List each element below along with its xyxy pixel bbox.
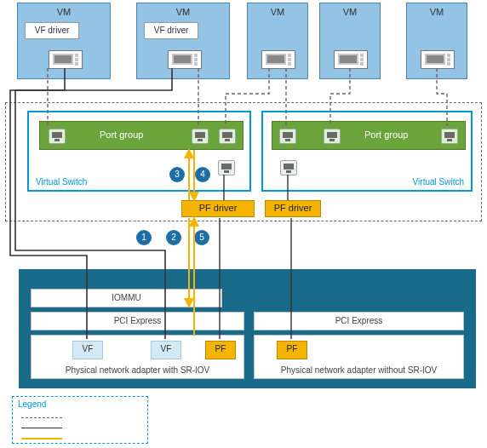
port-icon	[219, 129, 236, 144]
diagram-canvas: VM VF driver VM VF driver VM VM VM Port …	[0, 0, 487, 448]
port-icon	[324, 129, 341, 144]
pci-express-right: PCI Express	[254, 312, 464, 330]
uplink-port-icon	[280, 160, 297, 175]
vf-driver-box: VF driver	[144, 22, 198, 39]
vm-nic	[421, 50, 455, 69]
virtual-switch-label: Virtual Switch	[36, 177, 87, 187]
port-group-2: Port group	[272, 121, 466, 150]
virtual-switch-1: Port group Virtual Switch	[27, 111, 251, 192]
vm-label: VM	[18, 7, 110, 17]
vm-nic	[168, 50, 202, 69]
port-icon	[441, 129, 458, 144]
step-2: 2	[166, 230, 181, 245]
vf-box: VF	[151, 341, 181, 359]
uplink-port-icon	[218, 160, 235, 175]
pci-label: PCI Express	[32, 316, 244, 325]
vm-2: VM VF driver	[136, 3, 230, 79]
port-group-label: Port group	[364, 129, 408, 140]
vm-nic	[334, 50, 368, 69]
port-icon	[49, 129, 66, 144]
vm-label: VM	[407, 7, 467, 17]
vm-label: VM	[248, 7, 307, 17]
pf-driver-1: PF driver	[181, 200, 255, 217]
iommu-bar: IOMMU	[31, 289, 222, 307]
step-4: 4	[195, 167, 210, 182]
vm-1: VM VF driver	[17, 3, 111, 79]
step-1: 1	[136, 230, 152, 245]
pf-box: PF	[205, 341, 236, 359]
vm-label: VM	[137, 7, 229, 17]
vm-nic	[261, 50, 295, 69]
vm-nic	[49, 50, 83, 69]
pnic-nosriov: PF Physical network adapter without SR-I…	[254, 335, 464, 379]
legend-solid-line	[21, 428, 62, 428]
pnic-sriov: VF VF PF Physical network adapter with S…	[31, 335, 244, 379]
port-icon	[192, 129, 209, 144]
pci-express-left: PCI Express	[31, 312, 244, 330]
vf-driver-box: VF driver	[25, 22, 79, 39]
vf-box: VF	[72, 341, 103, 359]
pf-driver-2: PF driver	[265, 200, 321, 217]
vm-5: VM	[406, 3, 467, 79]
virtual-switch-label: Virtual Switch	[413, 177, 464, 187]
iommu-label: IOMMU	[32, 293, 221, 302]
vm-label: VM	[320, 7, 380, 17]
pf-driver-label: PF driver	[274, 203, 312, 213]
legend-title: Legend	[18, 399, 46, 409]
vm-3: VM	[247, 3, 308, 79]
legend-dashed-line	[21, 417, 62, 418]
vf-driver-label: VF driver	[35, 26, 70, 35]
pci-label: PCI Express	[255, 316, 463, 325]
pnic-nosriov-label: Physical network adapter without SR-IOV	[255, 365, 463, 375]
vf-driver-label: VF driver	[154, 26, 189, 35]
step-5: 5	[194, 230, 209, 245]
port-group-1: Port group	[39, 121, 244, 150]
virtual-switch-2: Port group Virtual Switch	[261, 111, 473, 192]
pf-box: PF	[277, 341, 307, 359]
pnic-sriov-label: Physical network adapter with SR-IOV	[32, 365, 244, 375]
port-icon	[279, 129, 296, 144]
vm-4: VM	[319, 3, 381, 79]
legend-box: Legend	[12, 396, 148, 444]
pf-driver-label: PF driver	[199, 203, 238, 213]
step-3: 3	[169, 167, 185, 182]
legend-orange-line	[21, 438, 62, 439]
port-group-label: Port group	[100, 129, 143, 140]
